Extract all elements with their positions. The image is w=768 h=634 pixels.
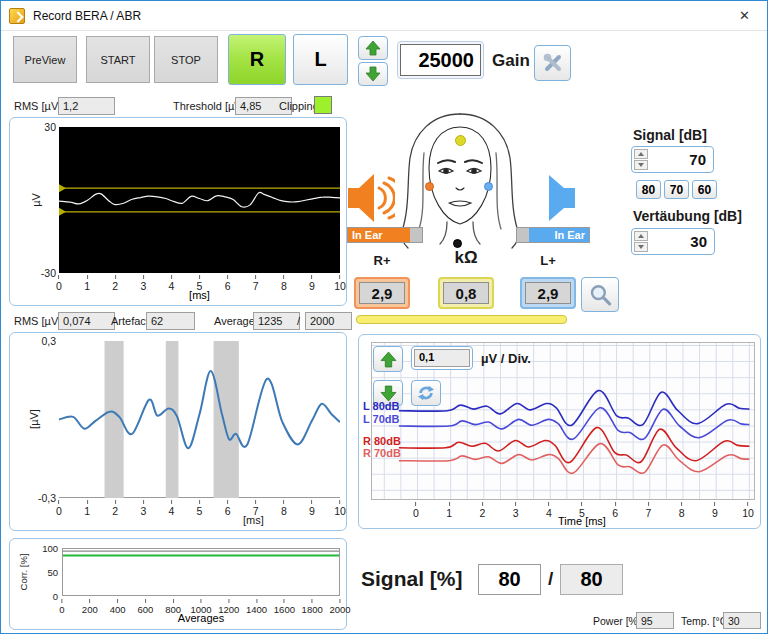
tick-label: 4 (168, 500, 174, 517)
lr-x-axis-title: Time [ms] (416, 515, 748, 527)
series-ABR average (59, 371, 340, 448)
correlation-x-axis: 0200400600800100012001400160018002000 (62, 599, 340, 611)
gain-field-wrap: 25000 (397, 41, 484, 79)
center-impedance-box: 0,8 (438, 277, 494, 309)
temp-value: 30 (723, 612, 761, 629)
left-ear-button[interactable]: L (293, 34, 348, 85)
rms-top-value: 1,2 (58, 97, 115, 115)
tick-label: 30 (28, 121, 56, 133)
preset-60-button[interactable]: 60 (692, 180, 717, 199)
signal-db-value[interactable]: 70 (649, 151, 712, 168)
artefacts-value: 62 (146, 312, 195, 330)
tick-label: 2 (112, 500, 118, 517)
spin-up-button[interactable] (634, 231, 648, 241)
signal-percent-separator: / (548, 568, 553, 590)
right-impedance-box: 2,9 (354, 277, 410, 309)
gain-decrease-button[interactable] (358, 62, 388, 86)
marker-band (166, 341, 179, 498)
scale-increase-button[interactable] (373, 346, 403, 372)
r-plus-label: R+ (354, 253, 410, 268)
preview-x-axis-title: [ms] (59, 289, 340, 301)
gain-input[interactable]: 25000 (400, 44, 481, 76)
spin-down-button[interactable] (634, 242, 648, 252)
correlation-plot (62, 548, 340, 596)
scale-value[interactable]: 0,1 (414, 349, 470, 367)
kohm-label: kΩ (438, 248, 494, 268)
spin-up-icon (638, 152, 644, 156)
impedance-check-button[interactable] (581, 277, 619, 312)
legend-l80: L 80dB (363, 400, 399, 412)
masking-label: Vertäubung [dB] (633, 208, 742, 224)
marker-band (214, 341, 239, 498)
rms-mid-value: 0,074 (58, 312, 115, 330)
signal-percent-value[interactable]: 80 (478, 564, 541, 595)
electrode-right-ear (425, 182, 434, 191)
lr-chart-frame: 0,1 µV / Div. L 80dB L 70dB R 80dB R 70d… (358, 334, 761, 529)
tick-label: 6 (225, 500, 231, 517)
power-label: Power [%] (593, 615, 641, 627)
legend-r70: R 70dB (363, 447, 401, 459)
preset-70-button[interactable]: 70 (664, 180, 689, 199)
app-icon (9, 8, 25, 24)
correlation-y-axis: 100500 (36, 548, 58, 596)
gain-label: Gain (492, 51, 530, 71)
right-ear-button[interactable]: R (228, 34, 286, 85)
impedance-progress-bar (356, 315, 567, 324)
spin-down-button[interactable] (634, 160, 648, 170)
tick-label: 5 (197, 500, 203, 517)
refresh-icon (417, 384, 435, 402)
masking-spinner[interactable]: 30 (631, 228, 715, 255)
signal-percent-label: Signal [%] (361, 567, 463, 591)
arrow-down-icon (380, 385, 397, 402)
clipping-led (314, 96, 332, 114)
titlebar: Record BERA / ABR ✕ (1, 1, 767, 31)
tick-label: 3 (140, 500, 146, 517)
gain-increase-button[interactable] (358, 36, 388, 60)
average-y-axis: 0,3-0,3 (26, 341, 56, 498)
electrode-left-ear (484, 182, 493, 191)
start-button[interactable]: START (86, 36, 150, 83)
left-impedance-box: 2,9 (520, 277, 576, 309)
preview-button[interactable]: PreView (13, 36, 77, 83)
arrow-up-icon (380, 351, 397, 368)
tick-label: 0,3 (26, 335, 56, 347)
stop-button[interactable]: STOP (154, 36, 218, 83)
record-bera-abr-window: Record BERA / ABR ✕ PreView START STOP R… (0, 0, 768, 634)
spin-down-icon (638, 245, 644, 249)
clipping-label: Clipping (279, 100, 319, 112)
tick-label: -0,3 (26, 492, 56, 504)
averages-total: 2000 (305, 312, 352, 330)
tick-label: 1 (84, 500, 90, 517)
refresh-button[interactable] (411, 380, 441, 406)
spin-up-button[interactable] (634, 149, 648, 159)
lr-x-axis: 012345678910 (416, 502, 748, 516)
window-title: Record BERA / ABR (33, 1, 141, 31)
threshold-label: Threshold [µV] (173, 100, 245, 112)
left-transducer-selector[interactable]: In Ear (516, 227, 590, 243)
threshold-cursor-handle[interactable] (59, 208, 66, 216)
left-impedance-value: 2,9 (525, 282, 571, 304)
preset-80-button[interactable]: 80 (636, 180, 661, 199)
legend-r80: R 80dB (363, 435, 401, 447)
correlation-y-axis-title: Corr. [%] (18, 554, 29, 591)
masking-value[interactable]: 30 (649, 233, 713, 250)
correlation-chart-frame: Corr. [%] 100500 02004006008001000120014… (9, 538, 347, 630)
right-transducer-selector[interactable]: In Ear (347, 227, 423, 243)
scale-unit-label: µV / Div. (481, 351, 531, 366)
tick-label: 50 (36, 567, 58, 578)
threshold-cursor-handle[interactable] (59, 184, 66, 192)
average-plot (59, 341, 340, 498)
power-value: 95 (636, 612, 674, 629)
correlation-plot-svg (63, 549, 339, 595)
tick-label: -30 (28, 267, 56, 279)
preview-chart-frame: µV 30-30 012345678910 [ms] (9, 117, 347, 306)
close-button[interactable]: ✕ (722, 1, 767, 31)
series-L 80dB (399, 391, 750, 426)
masking-spin-buttons (633, 230, 649, 253)
signal-db-spinner[interactable]: 70 (631, 146, 714, 173)
settings-button[interactable] (534, 45, 571, 81)
scale-field-wrap: 0,1 (411, 346, 473, 370)
tick-label: 0 (56, 500, 62, 517)
speaker-left-icon (537, 174, 577, 222)
magnifier-icon (588, 283, 612, 307)
